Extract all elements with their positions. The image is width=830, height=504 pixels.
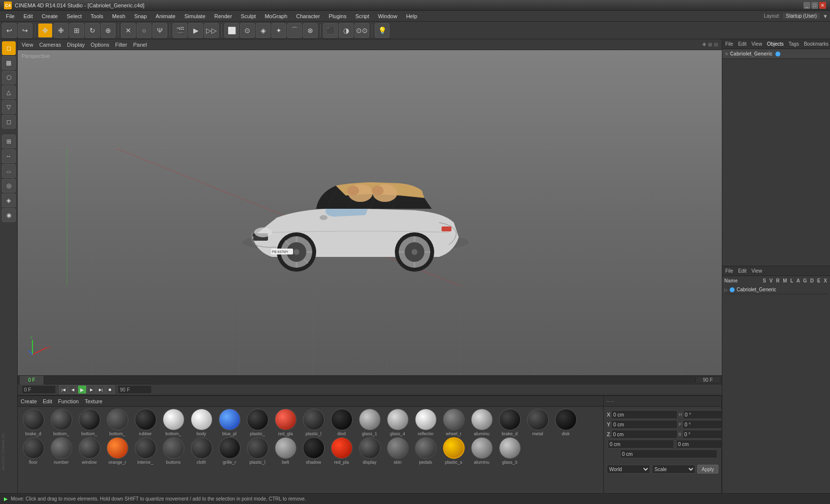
menu-render[interactable]: Render xyxy=(210,12,236,20)
menu-file[interactable]: File xyxy=(2,12,19,20)
tool-motion[interactable]: ◻ xyxy=(2,115,16,129)
sweep-button[interactable]: ⊗ xyxy=(303,23,318,38)
next-frame-button[interactable]: ▶ xyxy=(87,385,96,394)
point-mode-button[interactable]: ○ xyxy=(137,23,151,38)
deformer-button[interactable]: ◈ xyxy=(256,23,270,38)
material-item-plastic_s[interactable]: plastic_s xyxy=(440,437,467,465)
tool-bend[interactable]: ⌓ xyxy=(2,164,16,178)
tool-mograph2[interactable]: ◈ xyxy=(2,194,16,207)
material-item-interior[interactable]: interior_ xyxy=(132,437,159,465)
material-item-bottom3[interactable]: bottom_ xyxy=(104,409,131,436)
layout-value[interactable]: Startup (User) xyxy=(783,13,820,19)
menu-script[interactable]: Script xyxy=(352,12,373,20)
spline-button[interactable]: ⌒ xyxy=(287,23,302,38)
material-item-glass4[interactable]: glass_4 xyxy=(384,409,411,436)
mat-function-menu[interactable]: Function xyxy=(58,398,79,404)
material-item-blue_pl[interactable]: blue_pl xyxy=(216,409,243,436)
name-tab-edit[interactable]: Edit xyxy=(738,268,746,274)
material-item-brake[interactable]: brake_d xyxy=(20,409,47,436)
tool-texture[interactable]: ▩ xyxy=(2,56,16,70)
tool-bp-3d[interactable]: △ xyxy=(2,85,16,99)
rotate-tool-button[interactable]: ↻ xyxy=(85,23,100,38)
layout-arrow[interactable]: ▼ xyxy=(823,13,828,19)
material-item-red_gla[interactable]: red_gla xyxy=(272,409,299,436)
material-item-rubber[interactable]: rubber xyxy=(132,409,159,436)
sky-button[interactable]: ◑ xyxy=(339,23,354,38)
material-item-bottom4[interactable]: bottom_ xyxy=(160,409,187,436)
z-input[interactable] xyxy=(611,430,678,439)
material-item-brake_d[interactable]: brake_d xyxy=(496,409,523,436)
vp-icon-1[interactable]: ✚ xyxy=(702,42,706,47)
x-input[interactable] xyxy=(611,410,678,419)
goto-end-button[interactable]: ▶| xyxy=(96,385,105,394)
material-item-cloth[interactable]: cloth xyxy=(188,437,215,465)
timeline-ruler[interactable]: 0 F 051015202530354045505560657075808590… xyxy=(18,376,722,385)
menu-edit[interactable]: Edit xyxy=(20,12,37,20)
edge-mode-button[interactable]: Ψ xyxy=(152,23,167,38)
menu-simulate[interactable]: Simulate xyxy=(180,12,209,20)
coord-system-select[interactable]: World Object xyxy=(607,465,650,474)
end-frame-input[interactable]: 90 F xyxy=(118,385,152,394)
material-item-bottom1[interactable]: bottom_ xyxy=(48,409,75,436)
expand-icon[interactable]: ▷ xyxy=(724,287,728,292)
xs-input[interactable] xyxy=(608,440,674,448)
vp-menu-filter[interactable]: Filter xyxy=(115,42,127,48)
scale-tool-button[interactable]: ⊞ xyxy=(69,23,84,38)
objects-tab-file[interactable]: File xyxy=(725,41,733,47)
prev-frame-button[interactable]: ◀ xyxy=(68,385,77,394)
undo-button[interactable]: ↩ xyxy=(2,23,17,38)
menu-mograph[interactable]: MoGraph xyxy=(261,12,291,20)
ys-input[interactable] xyxy=(620,449,717,458)
object-mode-button[interactable]: ✕ xyxy=(121,23,136,38)
vp-icon-3[interactable]: ⊟ xyxy=(714,42,718,47)
menu-create[interactable]: Create xyxy=(38,12,62,20)
goto-start-button[interactable]: |◀ xyxy=(59,385,68,394)
material-item-buttons[interactable]: buttons xyxy=(160,437,187,465)
move-tool-button[interactable]: ✙ xyxy=(54,23,68,38)
bulb-button[interactable]: 💡 xyxy=(375,23,389,38)
transform-select[interactable]: Scale Position Rotation xyxy=(652,465,695,474)
vp-menu-options[interactable]: Options xyxy=(90,42,109,48)
floor-button[interactable]: ⬛ xyxy=(323,23,338,38)
material-item-belt[interactable]: belt xyxy=(272,437,299,465)
mat-create-menu[interactable]: Create xyxy=(21,398,37,404)
tool-sym[interactable]: ↔ xyxy=(2,149,16,163)
material-item-window[interactable]: window xyxy=(76,437,103,465)
objects-tab-objects[interactable]: Objects xyxy=(767,41,784,47)
frame-input[interactable]: 0 F xyxy=(22,385,56,394)
material-item-floor[interactable]: floor xyxy=(20,437,47,465)
tool-bp-uv[interactable]: ⬡ xyxy=(2,71,16,84)
menu-snap[interactable]: Snap xyxy=(130,12,151,20)
close-button[interactable]: ✕ xyxy=(819,2,826,9)
menu-animate[interactable]: Animate xyxy=(152,12,179,20)
menu-help[interactable]: Help xyxy=(402,12,421,20)
free-transform-button[interactable]: ⊕ xyxy=(101,23,116,38)
redo-button[interactable]: ↪ xyxy=(18,23,32,38)
tool-lock[interactable]: ⊞ xyxy=(2,135,16,148)
nurbs-button[interactable]: ⊙ xyxy=(240,23,255,38)
tool-sculpt[interactable]: ▽ xyxy=(2,100,16,114)
material-item-plastic1[interactable]: plastic_ xyxy=(244,409,271,436)
material-item-wheel_r[interactable]: wheel_r xyxy=(440,409,467,436)
select-tool-button[interactable]: ✥ xyxy=(38,23,53,38)
light-button[interactable]: ✦ xyxy=(271,23,286,38)
viewport-3d[interactable]: PB 837MY X Y xyxy=(18,50,722,375)
objects-tab-tags[interactable]: Tags xyxy=(789,41,799,47)
render-region-button[interactable]: ▶ xyxy=(188,23,203,38)
material-item-aluminu2[interactable]: aluminu xyxy=(468,437,495,465)
material-item-diod[interactable]: diod xyxy=(328,409,355,436)
vp-menu-cameras[interactable]: Cameras xyxy=(39,42,61,48)
material-item-skin[interactable]: skin xyxy=(384,437,411,465)
name-tab-view[interactable]: View xyxy=(751,268,762,274)
material-item-pedals[interactable]: pedals xyxy=(412,437,439,465)
objects-tab-edit[interactable]: Edit xyxy=(738,41,746,47)
menu-sculpt[interactable]: Sculpt xyxy=(237,12,260,20)
menu-tools[interactable]: Tools xyxy=(87,12,107,20)
tool-model[interactable]: ◻ xyxy=(2,41,16,55)
material-item-number[interactable]: number xyxy=(48,437,75,465)
material-item-metal[interactable]: metal xyxy=(524,409,551,436)
material-item-red_pla[interactable]: red_pla xyxy=(328,437,355,465)
minimize-button[interactable]: _ xyxy=(803,2,810,9)
menu-character[interactable]: Character xyxy=(292,12,324,20)
material-item-glass_s[interactable]: glass_3 xyxy=(496,437,523,465)
